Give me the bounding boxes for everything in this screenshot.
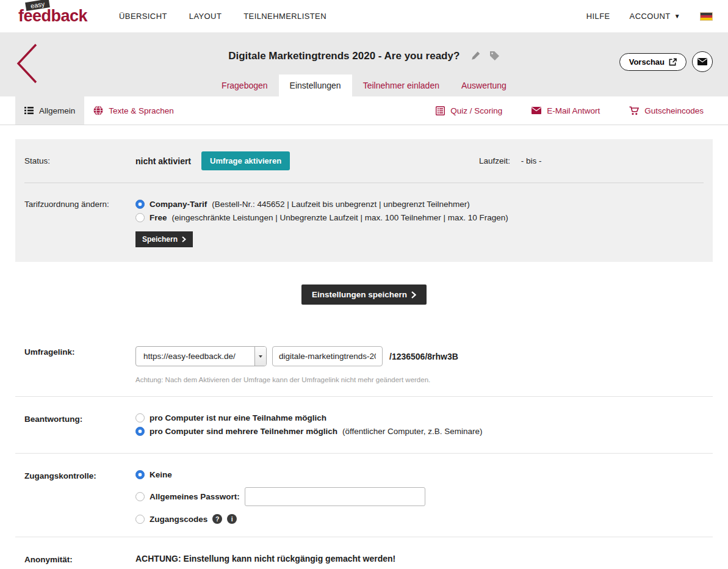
- subtab-gutscheincodes[interactable]: Gutscheincodes: [620, 96, 713, 125]
- radio-passwort[interactable]: [135, 492, 145, 501]
- activate-survey-button[interactable]: Umfrage aktivieren: [201, 151, 290, 170]
- section-anonymitaet: Anonymität: ACHTUNG: Einstellung kann ni…: [15, 537, 713, 569]
- subtab-gutschein-label: Gutscheincodes: [644, 106, 704, 115]
- beantwortung-option-2-detail: (öffentlicher Computer, z.B. Seminare): [342, 427, 482, 436]
- section-beantwortung: Beantwortung: pro Computer ist nur eine …: [15, 397, 713, 454]
- beantwortung-option-2-name: pro Computer sind mehrere Teilnehmer mög…: [150, 427, 337, 436]
- subtab-allgemein[interactable]: Allgemein: [15, 96, 84, 125]
- info-icon[interactable]: i: [227, 514, 237, 524]
- beantwortung-option-1-name: pro Computer ist nur eine Teilnahme mögl…: [150, 413, 326, 422]
- nav-account[interactable]: ACCOUNT ▼: [630, 12, 680, 21]
- help-question-icon[interactable]: ?: [212, 514, 222, 524]
- subtab-email-label: E-Mail Antwort: [547, 106, 600, 115]
- select-caret-icon: [254, 347, 266, 366]
- radio-free-tarif[interactable]: [135, 213, 145, 222]
- beantwortung-option-2: pro Computer sind mehrere Teilnehmer mög…: [135, 427, 713, 436]
- tarif-company-name: Company-Tarif: [150, 200, 207, 209]
- edit-pencil-icon[interactable]: [471, 51, 481, 60]
- radio-eine-teilnahme[interactable]: [135, 413, 145, 422]
- settings-subtabs: Allgemein Texte & Sprachen Quiz / Scorin…: [0, 96, 728, 125]
- section-umfragelink: Umfragelink: https://easy-feedback.de/ /…: [15, 330, 713, 397]
- section-zugangskontrolle: Zugangskontrolle: Keine Allgemeines Pass…: [15, 454, 713, 537]
- nav-uebersicht[interactable]: ÜBERSICHT: [119, 12, 167, 21]
- radio-company-tarif[interactable]: [135, 200, 145, 209]
- tab-auswertung[interactable]: Auswertung: [450, 74, 517, 96]
- tarif-free-detail: (eingeschränkte Leistungen | Unbegrenzte…: [172, 213, 508, 222]
- tarif-save-label: Speichern: [142, 235, 178, 244]
- tarif-option-free: Free (eingeschränkte Leistungen | Unbegr…: [135, 213, 704, 222]
- list-icon: [24, 106, 34, 115]
- tarif-option-company: Company-Tarif (Bestell-Nr.: 445652 | Lau…: [135, 200, 704, 209]
- umfragelink-label: Umfragelink:: [24, 346, 135, 383]
- zugangskontrolle-option-keine: Keine: [135, 470, 713, 479]
- envelope-crimson-icon: [532, 107, 541, 114]
- umfragelink-note: Achtung: Nach dem Aktivieren der Umfrage…: [135, 376, 713, 383]
- save-settings-label: Einstellungen speichern: [312, 290, 407, 299]
- account-label: ACCOUNT: [630, 12, 671, 21]
- tag-icon[interactable]: [489, 51, 500, 60]
- page-title: Digitale Marketingtrends 2020 - Are you …: [228, 50, 460, 62]
- beantwortung-label: Beantwortung:: [24, 413, 135, 440]
- envelope-icon: [697, 58, 707, 65]
- survey-header: Digitale Marketingtrends 2020 - Are you …: [0, 32, 728, 96]
- zugangskontrolle-option-passwort: Allgemeines Passwort:: [135, 487, 713, 506]
- laufzeit: Laufzeit: - bis -: [470, 156, 704, 165]
- passwort-label: Allgemeines Passwort:: [150, 492, 240, 501]
- zugangscodes-label: Zugangscodes: [150, 515, 207, 524]
- anonymitaet-label: Anonymität:: [24, 554, 135, 569]
- tab-fragebogen[interactable]: Fragebogen: [211, 74, 279, 96]
- nav-hilfe[interactable]: HILFE: [586, 12, 610, 21]
- link-suffix: /1236506/8rhw3B: [389, 352, 458, 361]
- radio-keine[interactable]: [135, 470, 145, 479]
- nav-teilnehmerlisten[interactable]: TEILNEHMERLISTEN: [243, 12, 326, 21]
- top-navbar: easy feedback ÜBERSICHT LAYOUT TEILNEHME…: [0, 0, 728, 32]
- radio-mehrere-teilnehmer[interactable]: [135, 427, 145, 436]
- subtab-email-antwort[interactable]: E-Mail Antwort: [522, 96, 609, 125]
- subtab-allgemein-label: Allgemein: [39, 106, 75, 115]
- domain-select[interactable]: https://easy-feedback.de/: [135, 346, 267, 366]
- status-label: Status:: [24, 156, 135, 165]
- german-flag-icon[interactable]: [700, 12, 713, 21]
- chevron-right-icon: [182, 236, 186, 242]
- tarif-free-name: Free: [150, 213, 167, 222]
- subtab-texte-label: Texte & Sprachen: [109, 106, 174, 115]
- password-input[interactable]: [245, 487, 425, 506]
- tarif-company-detail: (Bestell-Nr.: 445652 | Laufzeit bis unbe…: [212, 200, 470, 209]
- vorschau-button[interactable]: Vorschau: [619, 53, 687, 71]
- subtab-quiz-scoring[interactable]: Quiz / Scoring: [427, 96, 511, 125]
- anonymitaet-warning: ACHTUNG: Einstellung kann nicht rückgäng…: [135, 554, 713, 564]
- keine-label: Keine: [150, 470, 172, 479]
- tarif-label: Tarifzuordnung ändern:: [24, 200, 135, 247]
- slug-input[interactable]: [272, 346, 383, 366]
- easyfeedback-logo[interactable]: easy feedback: [18, 7, 87, 26]
- save-settings-button[interactable]: Einstellungen speichern: [301, 284, 427, 305]
- zugangskontrolle-label: Zugangskontrolle:: [24, 470, 135, 524]
- tab-einstellungen[interactable]: Einstellungen: [279, 74, 352, 96]
- tab-teilnehmer-einladen[interactable]: Teilnehmer einladen: [352, 74, 450, 96]
- external-link-icon: [669, 58, 677, 66]
- status-panel: Status: nicht aktiviert Umfrage aktivier…: [15, 139, 713, 262]
- chevron-right-icon: [411, 291, 416, 299]
- status-value: nicht aktiviert: [135, 156, 191, 166]
- radio-zugangscodes[interactable]: [135, 515, 145, 524]
- quiz-list-icon: [436, 106, 445, 115]
- main-nav: ÜBERSICHT LAYOUT TEILNEHMERLISTEN: [119, 12, 326, 21]
- vorschau-label: Vorschau: [629, 57, 665, 67]
- laufzeit-value: - bis -: [521, 156, 542, 165]
- domain-select-value: https://easy-feedback.de/: [136, 352, 254, 361]
- tarif-save-button[interactable]: Speichern: [135, 231, 193, 247]
- zugangskontrolle-option-codes: Zugangscodes ? i: [135, 514, 713, 524]
- subtab-texte-sprachen[interactable]: Texte & Sprachen: [84, 96, 183, 125]
- beantwortung-option-1: pro Computer ist nur eine Teilnahme mögl…: [135, 413, 713, 422]
- globe-icon: [93, 106, 103, 115]
- tarif-options: Company-Tarif (Bestell-Nr.: 445652 | Lau…: [135, 200, 704, 247]
- survey-tabs: Fragebogen Einstellungen Teilnehmer einl…: [0, 74, 728, 96]
- subtab-quiz-label: Quiz / Scoring: [450, 106, 502, 115]
- nav-layout[interactable]: LAYOUT: [189, 12, 222, 21]
- chevron-down-icon: ▼: [674, 13, 680, 20]
- nav-right: HILFE ACCOUNT ▼: [586, 12, 713, 21]
- email-button[interactable]: [692, 51, 713, 72]
- cart-icon: [629, 106, 639, 115]
- laufzeit-label: Laufzeit:: [479, 156, 510, 165]
